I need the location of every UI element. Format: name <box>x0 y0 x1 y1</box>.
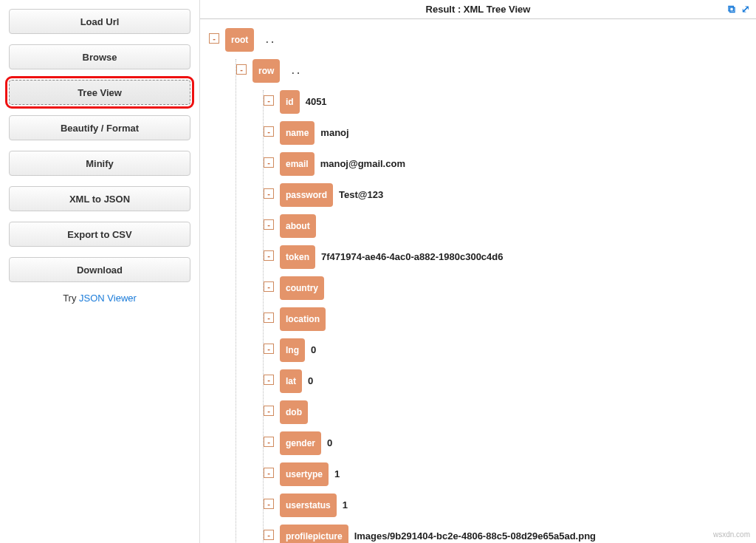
tag-name[interactable]: name <box>280 121 315 145</box>
dots: . . <box>292 65 300 76</box>
download-button[interactable]: Download <box>9 257 190 282</box>
value-userstatus: 1 <box>343 499 348 510</box>
node-profilepicture: -profilepictureImages/9b291404-bc2e-4806… <box>264 525 756 543</box>
node-lng: -lng0 <box>264 338 756 362</box>
value-gender: 0 <box>327 437 332 448</box>
toggle-icon[interactable]: - <box>264 437 274 447</box>
toggle-icon[interactable]: - <box>209 33 219 44</box>
node-location: -location <box>264 307 756 331</box>
tag-password[interactable]: password <box>280 183 333 207</box>
toggle-icon[interactable]: - <box>264 375 274 385</box>
try-json-viewer: Try JSON Viewer <box>9 293 190 304</box>
tag-gender[interactable]: gender <box>280 431 321 455</box>
toggle-icon[interactable]: - <box>264 468 274 478</box>
value-profilepicture: Images/9b291404-bc2e-4806-88c5-08d29e65a… <box>354 530 596 542</box>
node-id: -id4051 <box>264 90 756 114</box>
node-country: -country <box>264 276 756 300</box>
dots: . . <box>266 34 274 45</box>
toggle-icon[interactable]: - <box>264 157 274 168</box>
toggle-icon[interactable]: - <box>264 281 274 292</box>
toggle-icon[interactable]: - <box>264 313 274 323</box>
node-name: -namemanoj <box>264 121 756 145</box>
tag-userstatus[interactable]: userstatus <box>280 494 337 517</box>
node-token: -token7f471974-ae46-4ac0-a882-1980c300c4… <box>264 245 756 269</box>
value-id: 4051 <box>306 96 327 107</box>
tree-view-button[interactable]: Tree View <box>9 80 190 105</box>
tag-about[interactable]: about <box>280 214 316 238</box>
root-children: - row . . -id4051-namemanoj-emailmanoj@g… <box>236 59 756 543</box>
xml-to-json-button[interactable]: XML to JSON <box>9 186 190 211</box>
sidebar: Load Url Browse Tree View Beautify / For… <box>0 0 199 313</box>
node-lat: -lat0 <box>264 369 756 393</box>
copy-icon[interactable]: ⧉ <box>728 3 735 16</box>
toggle-icon[interactable]: - <box>264 188 274 199</box>
node-userstatus: -userstatus1 <box>264 494 756 517</box>
node-dob: -dob <box>264 400 756 424</box>
beautify-format-button[interactable]: Beautify / Format <box>9 115 190 140</box>
value-token: 7f471974-ae46-4ac0-a882-1980c300c4d6 <box>321 251 504 262</box>
tag-location[interactable]: location <box>280 307 326 331</box>
result-panel: Result : XML Tree View ⧉ ⤢ - root . . - … <box>199 0 756 543</box>
toggle-icon[interactable]: - <box>264 406 274 416</box>
tag-root[interactable]: root <box>225 28 254 52</box>
tag-email[interactable]: email <box>280 152 315 176</box>
toggle-icon[interactable]: - <box>264 126 274 137</box>
tag-lng[interactable]: lng <box>280 338 305 362</box>
app-root: Load Url Browse Tree View Beautify / For… <box>0 0 756 543</box>
value-password: Test@123 <box>339 189 383 200</box>
tag-id[interactable]: id <box>280 90 300 114</box>
node-email: -emailmanoj@gmail.com <box>264 152 756 176</box>
expand-icon[interactable]: ⤢ <box>741 3 750 16</box>
node-password: -passwordTest@123 <box>264 183 756 207</box>
tag-token[interactable]: token <box>280 245 315 269</box>
toggle-icon[interactable]: - <box>264 219 274 230</box>
minify-button[interactable]: Minify <box>9 151 190 176</box>
tag-country[interactable]: country <box>280 276 324 300</box>
value-lng: 0 <box>311 344 316 355</box>
tag-lat[interactable]: lat <box>280 369 302 393</box>
value-lat: 0 <box>308 375 313 386</box>
watermark: wsxdn.com <box>713 530 750 539</box>
tag-row[interactable]: row <box>252 59 280 83</box>
node-usertype: -usertype1 <box>264 462 756 486</box>
toggle-icon[interactable]: - <box>264 250 274 261</box>
row-children: -id4051-namemanoj-emailmanoj@gmail.com-p… <box>263 90 756 543</box>
toggle-icon[interactable]: - <box>236 64 247 75</box>
load-url-button[interactable]: Load Url <box>9 9 190 34</box>
tag-profilepicture[interactable]: profilepicture <box>280 525 348 543</box>
result-title: Result : XML Tree View <box>426 4 531 15</box>
value-usertype: 1 <box>334 468 340 479</box>
node-gender: -gender0 <box>264 431 756 455</box>
header-icons: ⧉ ⤢ <box>728 3 750 16</box>
value-email: manoj@gmail.com <box>320 158 405 169</box>
tag-usertype[interactable]: usertype <box>280 462 329 486</box>
value-name: manoj <box>320 127 348 138</box>
browse-button[interactable]: Browse <box>9 44 190 69</box>
tag-dob[interactable]: dob <box>280 400 308 424</box>
toggle-icon[interactable]: - <box>264 95 274 106</box>
export-csv-button[interactable]: Export to CSV <box>9 222 190 247</box>
try-prefix: Try <box>63 293 79 304</box>
toggle-icon[interactable]: - <box>264 530 274 540</box>
xml-tree: - root . . - row . . -id4051-namemanoj-e… <box>200 19 756 543</box>
result-header: Result : XML Tree View ⧉ ⤢ <box>200 0 756 19</box>
toggle-icon[interactable]: - <box>264 499 274 509</box>
node-about: -about <box>264 214 756 238</box>
node-row: - row . . -id4051-namemanoj-emailmanoj@g… <box>236 59 756 543</box>
json-viewer-link[interactable]: JSON Viewer <box>79 293 137 304</box>
toggle-icon[interactable]: - <box>264 344 274 354</box>
node-root: - root . . - row . . -id4051-namemanoj-e… <box>209 28 756 543</box>
